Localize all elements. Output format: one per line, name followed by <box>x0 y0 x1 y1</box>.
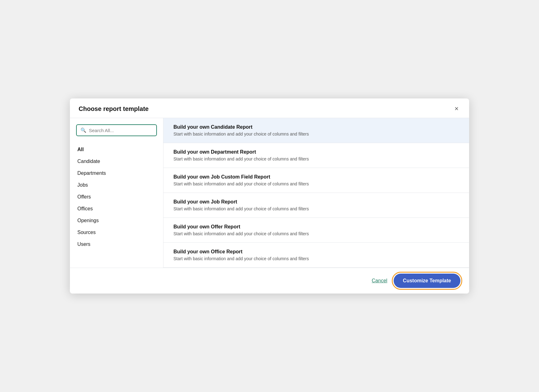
report-item[interactable]: Build your own Offer ReportStart with ba… <box>163 218 469 243</box>
report-item-desc: Start with basic information and add you… <box>173 156 459 161</box>
search-box[interactable]: 🔍 <box>76 124 157 136</box>
report-item-title: Build your own Department Report <box>173 149 459 155</box>
sidebar-item-departments[interactable]: Departments <box>76 167 157 179</box>
sidebar-item-users[interactable]: Users <box>76 238 157 250</box>
modal: Choose report template × 🔍 AllCandidateD… <box>70 98 469 294</box>
report-item-title: Build your own Office Report <box>173 249 459 255</box>
sidebar-item-jobs[interactable]: Jobs <box>76 179 157 191</box>
report-item-desc: Start with basic information and add you… <box>173 131 459 136</box>
report-item[interactable]: Build your own Job Custom Field ReportSt… <box>163 168 469 193</box>
sidebar-item-openings[interactable]: Openings <box>76 215 157 227</box>
search-input[interactable] <box>89 128 153 133</box>
report-item[interactable]: Build your own Department ReportStart wi… <box>163 143 469 168</box>
modal-body: 🔍 AllCandidateDepartmentsJobsOffersOffic… <box>70 118 469 268</box>
report-item[interactable]: Build your own Office ReportStart with b… <box>163 243 469 268</box>
modal-title: Choose report template <box>79 105 148 112</box>
report-item[interactable]: Build your own Job ReportStart with basi… <box>163 193 469 218</box>
search-icon: 🔍 <box>80 127 86 133</box>
modal-header: Choose report template × <box>70 98 469 118</box>
report-item-title: Build your own Job Custom Field Report <box>173 174 459 180</box>
report-item-title: Build your own Job Report <box>173 199 459 205</box>
sidebar-item-sources[interactable]: Sources <box>76 227 157 238</box>
report-item-desc: Start with basic information and add you… <box>173 231 459 236</box>
cancel-button[interactable]: Cancel <box>372 278 387 284</box>
sidebar-item-all[interactable]: All <box>76 144 157 155</box>
modal-footer: Cancel Customize Template <box>70 268 469 294</box>
sidebar-item-offices[interactable]: Offices <box>76 203 157 215</box>
sidebar-item-candidate[interactable]: Candidate <box>76 155 157 167</box>
report-item[interactable]: Build your own Candidate ReportStart wit… <box>163 118 469 143</box>
report-item-title: Build your own Candidate Report <box>173 124 459 130</box>
sidebar: 🔍 AllCandidateDepartmentsJobsOffersOffic… <box>70 118 163 268</box>
report-item-desc: Start with basic information and add you… <box>173 256 459 261</box>
close-button[interactable]: × <box>453 105 460 113</box>
report-item-title: Build your own Offer Report <box>173 224 459 230</box>
customize-template-button[interactable]: Customize Template <box>394 274 460 288</box>
sidebar-item-offers[interactable]: Offers <box>76 191 157 203</box>
report-item-desc: Start with basic information and add you… <box>173 206 459 211</box>
content-area: Build your own Candidate ReportStart wit… <box>163 118 469 268</box>
report-item-desc: Start with basic information and add you… <box>173 181 459 186</box>
nav-items: AllCandidateDepartmentsJobsOffersOffices… <box>76 144 157 250</box>
